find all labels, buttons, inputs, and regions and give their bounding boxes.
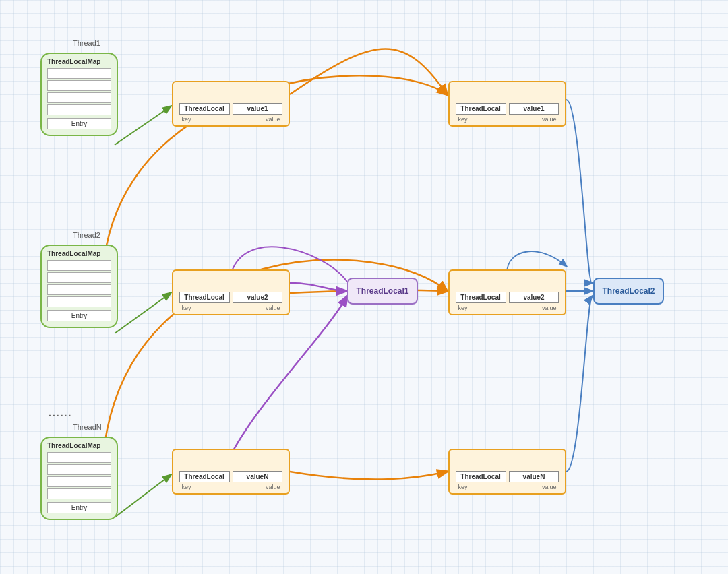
entry1-key-sub: key bbox=[182, 116, 191, 123]
threadN-label: ThreadN bbox=[73, 423, 102, 431]
thread1-label: Thread1 bbox=[73, 39, 100, 47]
threadN-entry-label: Entry bbox=[47, 502, 111, 513]
threadN-row1 bbox=[47, 452, 111, 463]
thread2-label: Thread2 bbox=[73, 231, 100, 239]
rentryMid-key: ThreadLocal bbox=[456, 292, 506, 303]
dots-separator: ...... bbox=[49, 408, 72, 418]
thread2-row2 bbox=[47, 272, 111, 283]
entry-box-1: ThreadLocal value1 key value bbox=[172, 81, 290, 127]
thread1-tlm: ThreadLocalMap Entry bbox=[40, 53, 118, 136]
rentryMid-key-sub: key bbox=[458, 305, 468, 311]
rentryMid-val-sub: value bbox=[542, 305, 557, 311]
entry2-key: ThreadLocal bbox=[179, 292, 230, 303]
thread2-tlm: ThreadLocalMap Entry bbox=[40, 245, 118, 328]
entryN-val-sub: value bbox=[266, 484, 280, 490]
thread1-row3 bbox=[47, 92, 111, 103]
threadN-row4 bbox=[47, 488, 111, 499]
rentryTop-val-sub: value bbox=[542, 116, 557, 123]
right-entry-mid: ThreadLocal value2 key value bbox=[448, 269, 566, 315]
entry2-val: value2 bbox=[233, 292, 283, 303]
rentryBot-key: ThreadLocal bbox=[456, 471, 506, 482]
entry1-val: value1 bbox=[233, 103, 283, 115]
rentryBot-val-sub: value bbox=[542, 484, 557, 490]
thread2-entry-label: Entry bbox=[47, 310, 111, 321]
rentryBot-val: valueN bbox=[509, 471, 559, 482]
threadN-tlm: ThreadLocalMap Entry bbox=[40, 437, 118, 520]
thread1-tlm-label: ThreadLocalMap bbox=[47, 58, 111, 65]
threadlocal2-node: ThreadLocal2 bbox=[593, 278, 664, 305]
thread2-row3 bbox=[47, 284, 111, 295]
threadN-tlm-label: ThreadLocalMap bbox=[47, 442, 111, 449]
threadN-row2 bbox=[47, 464, 111, 475]
thread1-row4 bbox=[47, 104, 111, 115]
entry1-val-sub: value bbox=[266, 116, 280, 123]
right-entry-top: ThreadLocal value1 key value bbox=[448, 81, 566, 127]
rentryTop-key-sub: key bbox=[458, 116, 468, 123]
rentryBot-key-sub: key bbox=[458, 484, 468, 490]
rentryTop-val: value1 bbox=[509, 103, 559, 115]
thread2-row1 bbox=[47, 260, 111, 271]
thread1-row1 bbox=[47, 68, 111, 79]
diagram-canvas: Thread1 ThreadLocalMap Entry Thread2 Thr… bbox=[0, 0, 728, 574]
thread1-row2 bbox=[47, 80, 111, 91]
thread2-row4 bbox=[47, 296, 111, 307]
svg-line-1 bbox=[115, 293, 171, 333]
svg-line-0 bbox=[115, 106, 171, 145]
entryN-key-sub: key bbox=[182, 484, 191, 490]
thread1-entry-label: Entry bbox=[47, 118, 111, 129]
threadlocal1-node: ThreadLocal1 bbox=[347, 278, 418, 305]
svg-line-2 bbox=[115, 475, 171, 517]
entryN-val: valueN bbox=[233, 471, 283, 482]
entryN-key: ThreadLocal bbox=[179, 471, 230, 482]
entry-box-N: ThreadLocal valueN key value bbox=[172, 449, 290, 495]
threadN-row3 bbox=[47, 476, 111, 487]
rentryMid-val: value2 bbox=[509, 292, 559, 303]
rentryTop-key: ThreadLocal bbox=[456, 103, 506, 115]
thread2-tlm-label: ThreadLocalMap bbox=[47, 250, 111, 257]
right-entry-bot: ThreadLocal valueN key value bbox=[448, 449, 566, 495]
entry1-key: ThreadLocal bbox=[179, 103, 230, 115]
entry2-key-sub: key bbox=[182, 305, 191, 311]
entry-box-2: ThreadLocal value2 key value bbox=[172, 269, 290, 315]
entry2-val-sub: value bbox=[266, 305, 280, 311]
